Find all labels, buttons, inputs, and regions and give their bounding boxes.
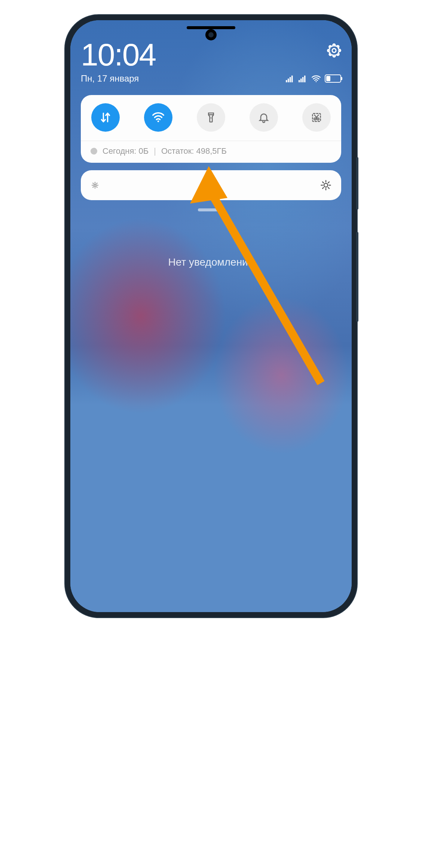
date-label: Пн, 17 января (81, 73, 139, 84)
signal-icon (286, 75, 295, 82)
brightness-high-icon (320, 180, 331, 191)
toggle-flashlight[interactable] (197, 103, 225, 132)
battery-icon: 31 (325, 74, 341, 83)
toggle-screenshot[interactable] (302, 103, 331, 132)
svg-line-33 (328, 182, 329, 183)
volume-button[interactable] (356, 232, 358, 322)
svg-rect-1 (286, 80, 287, 82)
svg-line-24 (97, 183, 97, 183)
battery-percent: 31 (330, 76, 335, 81)
svg-point-0 (332, 49, 336, 52)
svg-line-32 (322, 187, 324, 189)
svg-line-23 (93, 187, 93, 187)
phone-frame: 10:04 Пн, 17 января (65, 15, 357, 617)
svg-rect-5 (299, 80, 300, 82)
svg-point-10 (158, 120, 159, 122)
toggle-wifi[interactable] (144, 103, 172, 132)
svg-rect-7 (302, 77, 304, 82)
data-usage-dot-icon (91, 148, 97, 155)
scissors-icon (311, 111, 322, 123)
svg-line-21 (93, 183, 93, 183)
toggle-dnd[interactable] (250, 103, 278, 132)
svg-line-30 (322, 182, 324, 183)
drag-handle[interactable] (198, 208, 224, 211)
phone-screen: 10:04 Пн, 17 января (70, 20, 352, 612)
flashlight-icon (205, 111, 217, 123)
wifi-icon (311, 75, 321, 82)
separator: | (154, 146, 156, 156)
phone-speaker (187, 26, 235, 29)
settings-button[interactable] (327, 43, 341, 59)
wifi-icon (151, 110, 165, 125)
svg-point-12 (211, 117, 212, 119)
data-usage-row[interactable]: Сегодня: 0Б | Остаток: 498,5ГБ (89, 146, 333, 156)
signal-icon (299, 75, 308, 82)
data-usage-remaining: Остаток: 498,5ГБ (161, 146, 227, 156)
no-notifications-label: Нет уведомлений (81, 256, 341, 268)
brightness-low-icon (91, 181, 100, 190)
status-bar-icons: 31 (286, 74, 341, 83)
gear-icon (327, 43, 341, 58)
svg-point-25 (324, 183, 328, 187)
svg-rect-6 (300, 79, 302, 82)
svg-rect-3 (290, 77, 291, 82)
mobile-data-icon (99, 111, 112, 124)
quick-settings-panel: Сегодня: 0Б | Остаток: 498,5ГБ (81, 95, 341, 163)
toggle-mobile-data[interactable] (91, 103, 120, 132)
svg-line-22 (97, 187, 97, 187)
clock-time: 10:04 (81, 39, 156, 70)
bell-icon (258, 111, 270, 123)
data-usage-today: Сегодня: 0Б (103, 146, 149, 156)
svg-point-9 (316, 81, 317, 82)
front-camera (205, 29, 217, 40)
svg-rect-4 (291, 76, 293, 82)
svg-rect-8 (304, 76, 306, 82)
svg-rect-2 (288, 79, 289, 82)
svg-line-31 (328, 187, 329, 189)
power-button[interactable] (356, 157, 358, 210)
brightness-slider[interactable] (81, 170, 341, 200)
svg-point-16 (94, 184, 96, 186)
